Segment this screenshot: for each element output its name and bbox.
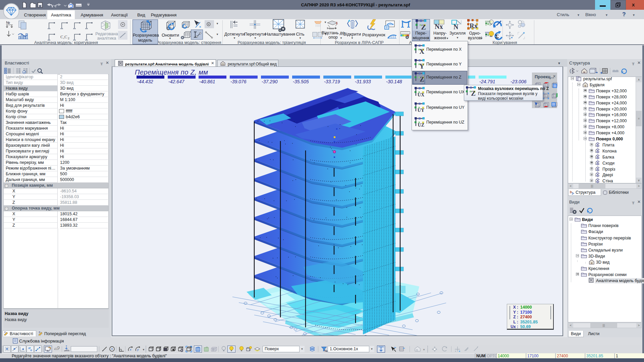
- svg-text:UX: UX: [418, 92, 424, 97]
- svg-text:Rx: Rx: [470, 22, 478, 29]
- svg-text:-39.076: -39.076: [230, 79, 247, 84]
- svg-text:-23.006: -23.006: [511, 79, 527, 84]
- svg-text:UZ: UZ: [418, 122, 425, 127]
- svg-text:{: {: [595, 173, 596, 177]
- svg-text:x: x: [129, 348, 131, 351]
- svg-text:-33.719: -33.719: [324, 79, 340, 84]
- svg-text:-24.791: -24.791: [479, 79, 495, 84]
- svg-text:-40.861: -40.861: [199, 79, 215, 84]
- svg-text:-42.647: -42.647: [168, 79, 185, 84]
- svg-text:-31.933: -31.933: [355, 79, 371, 84]
- svg-text:Σ: Σ: [495, 33, 499, 40]
- svg-text:Z: Z: [471, 90, 476, 96]
- svg-text:№: №: [324, 349, 328, 353]
- svg-text:-30.148: -30.148: [386, 79, 402, 84]
- svg-text:L: L: [336, 21, 338, 25]
- svg-text:C,C: C,C: [60, 34, 67, 39]
- svg-text:№: №: [6, 20, 10, 25]
- svg-text:{: {: [595, 143, 596, 147]
- svg-text:-37.290: -37.290: [262, 79, 278, 84]
- svg-text:{: {: [570, 68, 571, 73]
- svg-text:{: {: [595, 162, 596, 165]
- svg-text:-35.505: -35.505: [293, 79, 309, 84]
- svg-text:{: {: [595, 155, 596, 159]
- svg-text:Nx: Nx: [435, 23, 443, 30]
- svg-text:N: N: [453, 23, 459, 30]
- svg-text:X: X: [419, 48, 424, 54]
- svg-text:Y: Y: [419, 62, 424, 69]
- svg-text:Z: Z: [421, 23, 426, 30]
- svg-text:y: y: [137, 348, 139, 351]
- svg-text:UY: UY: [418, 107, 424, 112]
- svg-text:{: {: [595, 179, 596, 183]
- svg-text:Z: Z: [420, 76, 424, 82]
- svg-text:2: 2: [68, 37, 69, 40]
- svg-text:-44.432: -44.432: [137, 79, 153, 84]
- svg-text:{: {: [595, 149, 596, 153]
- svg-text:Переміщення по Z, мм: Переміщення по Z, мм: [135, 69, 208, 76]
- svg-text:{: {: [595, 168, 596, 171]
